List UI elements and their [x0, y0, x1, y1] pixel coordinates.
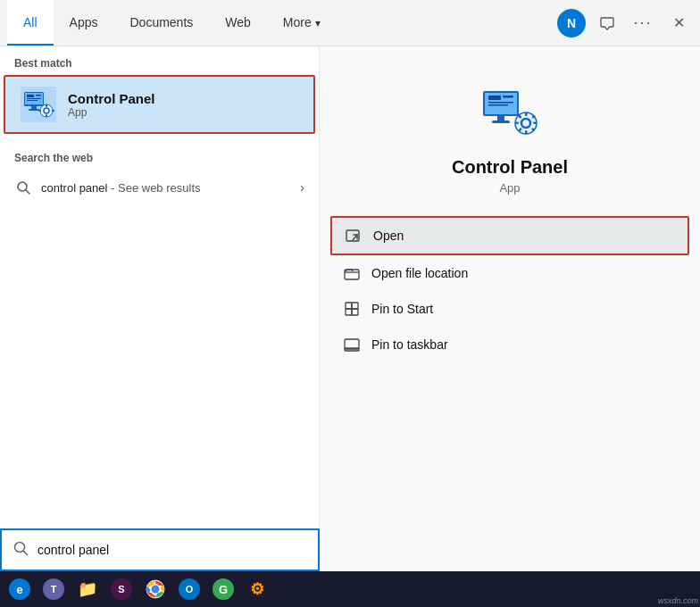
taskbar-outlook[interactable]: O [173, 573, 205, 605]
tabs-right: N ··· ✕ [557, 9, 693, 37]
pin-taskbar-icon [343, 336, 361, 353]
svg-rect-24 [492, 121, 510, 123]
content-area: Best match [0, 46, 700, 571]
svg-rect-37 [345, 270, 359, 279]
search-input[interactable] [38, 543, 307, 557]
svg-rect-11 [46, 104, 47, 107]
svg-rect-12 [46, 114, 47, 117]
svg-rect-3 [27, 95, 34, 97]
user-avatar[interactable]: N [557, 9, 586, 37]
svg-rect-23 [497, 116, 504, 121]
best-match-info: Control Panel App [68, 91, 155, 119]
tabs-bar: All Apps Documents Web More N [0, 0, 700, 46]
svg-rect-28 [525, 130, 528, 134]
svg-point-44 [15, 543, 25, 553]
app-detail-top: Control Panel App [320, 46, 700, 216]
svg-point-47 [152, 586, 160, 594]
more-options-icon[interactable]: ··· [629, 9, 657, 37]
svg-rect-20 [503, 96, 513, 98]
taskbar-chrome2[interactable]: G [207, 573, 239, 605]
taskbar-misc[interactable]: ⚙ [241, 573, 273, 605]
svg-rect-21 [488, 102, 513, 104]
taskbar-teams[interactable]: T [38, 573, 70, 605]
tab-apps[interactable]: Apps [54, 0, 114, 46]
app-detail-name: Control Panel [452, 157, 568, 178]
action-list: Open Open file location [320, 216, 700, 362]
svg-rect-40 [346, 309, 352, 315]
svg-rect-41 [352, 309, 358, 315]
taskbar-explorer[interactable]: 📁 [71, 573, 104, 605]
taskbar-slack[interactable]: S [105, 573, 138, 605]
web-search-text: control panel - See web results [41, 181, 201, 195]
action-pin-to-start[interactable]: Pin to Start [330, 291, 689, 327]
file-location-icon [343, 264, 361, 282]
svg-line-45 [24, 552, 28, 555]
app-detail-type: App [499, 181, 520, 195]
svg-rect-5 [27, 98, 41, 99]
left-panel: Best match [0, 46, 320, 571]
tab-web[interactable]: Web [209, 0, 267, 46]
action-open[interactable]: Open [330, 216, 689, 255]
open-icon [345, 227, 362, 245]
taskbar-chrome[interactable] [139, 573, 171, 605]
action-pin-to-taskbar[interactable]: Pin to taskbar [330, 327, 689, 362]
tab-documents[interactable]: Documents [113, 0, 209, 46]
web-search-arrow-icon: › [300, 180, 304, 195]
action-open-file-location[interactable]: Open file location [330, 255, 689, 291]
svg-rect-19 [488, 96, 501, 100]
close-icon[interactable]: ✕ [664, 9, 693, 37]
svg-rect-27 [525, 112, 528, 116]
app-detail-icon [478, 82, 542, 146]
svg-rect-7 [31, 106, 37, 109]
watermark: wsxdn.com [658, 596, 698, 605]
tabs-left: All Apps Documents Web More [7, 0, 337, 46]
best-match-item[interactable]: Control Panel App [4, 75, 315, 134]
svg-rect-30 [533, 122, 537, 125]
web-search-item[interactable]: control panel - See web results › [0, 170, 319, 205]
search-bar-icon [12, 540, 29, 560]
svg-rect-4 [36, 95, 41, 96]
chevron-down-icon [315, 15, 321, 29]
svg-rect-14 [52, 110, 54, 112]
right-panel: Control Panel App Open [320, 46, 700, 571]
best-match-name: Control Panel [68, 91, 155, 106]
web-search-icon [14, 179, 32, 196]
svg-rect-6 [27, 100, 38, 101]
taskbar-edge[interactable]: e [4, 573, 36, 605]
control-panel-icon [20, 86, 57, 123]
svg-rect-39 [352, 303, 358, 309]
search-bar-bottom [0, 528, 320, 571]
best-match-label: Best match [0, 46, 319, 75]
tab-all[interactable]: All [7, 0, 54, 46]
svg-rect-13 [38, 110, 41, 112]
svg-rect-8 [29, 109, 39, 111]
pin-start-icon [343, 300, 361, 318]
feedback-icon[interactable] [593, 9, 621, 37]
svg-line-36 [353, 235, 357, 240]
svg-line-16 [26, 190, 29, 194]
best-match-type: App [68, 106, 155, 119]
svg-rect-29 [515, 122, 519, 125]
tab-more[interactable]: More [267, 0, 337, 46]
web-search-label: Search the web [0, 141, 319, 170]
taskbar: e T 📁 S O G ⚙ wsxdn.com [0, 571, 700, 607]
search-window: All Apps Documents Web More N [0, 0, 700, 571]
svg-rect-22 [488, 104, 508, 106]
svg-rect-38 [346, 303, 352, 309]
